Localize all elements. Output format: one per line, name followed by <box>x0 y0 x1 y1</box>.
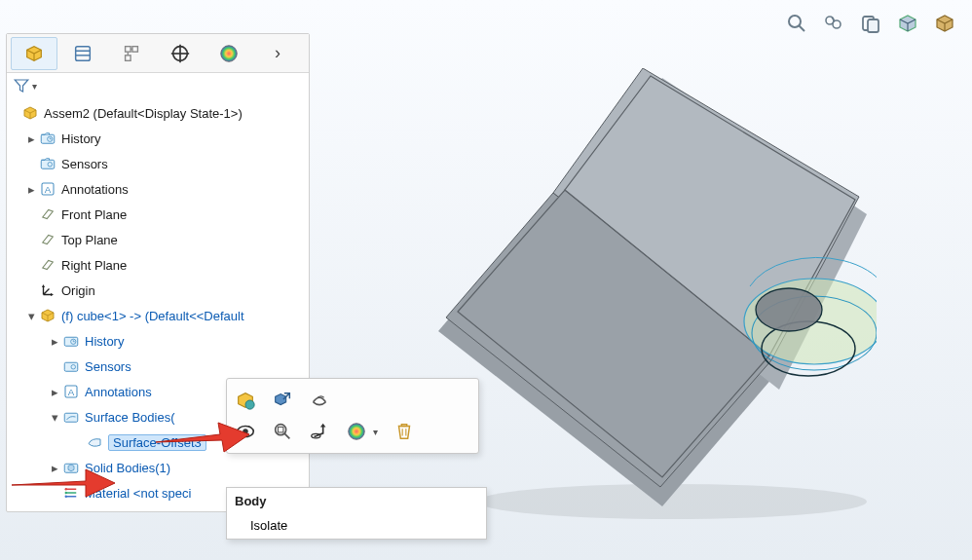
filter-dropdown-icon[interactable]: ▾ <box>32 81 37 92</box>
hidden-components-icon[interactable] <box>309 390 330 411</box>
tree-root-assembly[interactable]: Assem2 (Default<Display State-1>) <box>7 100 309 126</box>
view-toolbar <box>783 10 958 37</box>
svg-rect-21 <box>868 19 879 32</box>
folder-sensors-icon <box>38 154 57 173</box>
svg-text:A: A <box>68 387 75 397</box>
tree-label: History <box>61 131 100 146</box>
tree-root-label: Assem2 (Default<Display State-1>) <box>44 106 243 121</box>
svg-rect-26 <box>132 46 138 52</box>
appearance-icon[interactable] <box>346 421 367 442</box>
edit-part-icon[interactable] <box>235 390 256 411</box>
tree-item-front-plane[interactable]: Front Plane <box>7 202 309 227</box>
plane-icon <box>38 205 57 224</box>
tree-label: Annotations <box>85 385 152 399</box>
expand-icon[interactable]: ▸ <box>48 385 61 399</box>
origin-icon <box>38 280 57 300</box>
model-view-cube <box>419 68 877 526</box>
svg-line-58 <box>284 433 290 439</box>
tree-item-sub-sensors[interactable]: Sensors <box>7 354 309 379</box>
more-tabs-icon[interactable]: › <box>254 37 301 70</box>
svg-point-18 <box>833 20 841 28</box>
zoom-to-fit-icon[interactable] <box>783 10 810 37</box>
tree-item-annotations[interactable]: ▸ A Annotations <box>7 176 309 202</box>
svg-rect-46 <box>64 413 78 422</box>
tree-label: Front Plane <box>61 207 127 222</box>
filter-funnel-icon[interactable] <box>13 77 30 94</box>
expand-icon[interactable]: ▸ <box>24 182 38 197</box>
folder-sensors-icon <box>61 356 81 376</box>
context-toolbar: ▾ <box>226 378 479 454</box>
zoom-to-selection-icon[interactable] <box>272 421 293 442</box>
delete-body-icon[interactable] <box>393 421 415 442</box>
annotations-icon: A <box>38 179 57 199</box>
menu-item-label: Isolate <box>250 518 287 533</box>
collapse-icon[interactable]: ▾ <box>48 410 61 425</box>
tree-label: Right Plane <box>61 258 127 273</box>
svg-point-61 <box>349 424 365 440</box>
surface-body-icon <box>85 432 104 452</box>
tree-label: Sensors <box>61 157 108 171</box>
property-manager-tab-icon[interactable] <box>59 37 106 70</box>
section-view-icon[interactable] <box>894 10 921 37</box>
svg-rect-22 <box>76 46 91 60</box>
tree-item-history[interactable]: ▸ History <box>7 126 309 151</box>
svg-rect-25 <box>126 46 131 52</box>
folder-surface-icon <box>61 407 81 427</box>
context-menu-isolate[interactable]: Isolate <box>227 512 486 539</box>
tree-label: Annotations <box>61 182 129 197</box>
tree-label: Top Plane <box>61 233 118 247</box>
feature-tree-tab-icon[interactable] <box>11 37 57 70</box>
configuration-manager-tab-icon[interactable] <box>108 37 155 70</box>
annotation-arrow-2 <box>154 419 251 458</box>
folder-history-icon <box>61 331 81 351</box>
plane-icon <box>38 255 57 275</box>
tree-item-right-plane[interactable]: Right Plane <box>7 252 309 278</box>
svg-point-33 <box>221 45 238 61</box>
dimxpert-tab-icon[interactable] <box>157 37 204 70</box>
tree-item-component-cube[interactable]: ▾ (f) cube<1> -> (Default<<Default <box>7 303 309 328</box>
open-part-icon[interactable] <box>272 390 293 411</box>
expand-icon[interactable]: ▸ <box>48 334 61 349</box>
previous-view-icon[interactable] <box>857 10 884 37</box>
context-menu-header: Body <box>227 488 486 512</box>
tree-item-sub-history[interactable]: ▸ History <box>7 328 309 354</box>
tree-label: Origin <box>61 283 95 298</box>
plane-icon <box>38 230 57 249</box>
filter-row: ▾ <box>7 73 309 98</box>
part-icon <box>38 306 57 325</box>
annotation-arrow-1 <box>10 464 117 503</box>
svg-rect-59 <box>278 427 283 432</box>
svg-point-14 <box>756 288 822 331</box>
collapse-icon[interactable]: ▾ <box>24 309 38 323</box>
appearance-dropdown-icon[interactable]: ▾ <box>373 427 378 437</box>
zoom-area-icon[interactable] <box>820 10 847 37</box>
tree-label: Sensors <box>85 359 131 374</box>
folder-history-icon <box>38 129 57 148</box>
assembly-icon <box>20 103 40 123</box>
tree-item-sensors[interactable]: Sensors <box>7 151 309 176</box>
tree-item-origin[interactable]: Origin <box>7 278 309 303</box>
svg-rect-27 <box>126 55 131 60</box>
tree-label: (f) cube<1> -> (Default<<Default <box>61 309 244 323</box>
display-style-icon[interactable] <box>931 10 958 37</box>
svg-text:A: A <box>45 184 52 195</box>
annotations-icon: A <box>61 382 81 401</box>
context-menu: Body Isolate <box>226 487 487 540</box>
tree-item-top-plane[interactable]: Top Plane <box>7 227 309 252</box>
svg-line-16 <box>799 25 804 31</box>
feature-manager-tabs: › <box>7 34 309 73</box>
svg-point-54 <box>245 400 254 409</box>
appearances-tab-icon[interactable] <box>206 37 252 70</box>
normal-to-icon[interactable] <box>309 421 330 442</box>
tree-label: History <box>85 334 124 349</box>
expand-icon[interactable]: ▸ <box>24 131 38 146</box>
